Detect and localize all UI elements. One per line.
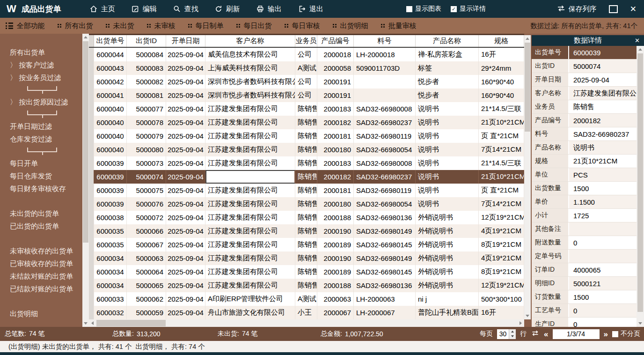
row-selector[interactable]: [89, 116, 94, 129]
cell-date[interactable]: 2025-09-04: [166, 306, 205, 319]
detail-close-button[interactable]: ✕: [635, 37, 640, 44]
cell-product_no[interactable]: 2000181: [317, 184, 354, 197]
cell-ship_id[interactable]: 5000082: [127, 75, 166, 89]
cell-product_name[interactable]: 说明书: [416, 129, 479, 143]
cell-date[interactable]: 2025-09-04: [166, 224, 205, 238]
cell-date[interactable]: 2025-09-04: [166, 238, 205, 251]
cell-product_no[interactable]: 2000183: [317, 102, 354, 116]
tab-未审核[interactable]: 未审核: [147, 22, 176, 30]
row-selector-header[interactable]: [89, 35, 94, 47]
cell-customer[interactable]: 江苏建发集团有限公司: [205, 251, 295, 265]
table-row[interactable]: 600004350000832025-09-04上海威美科技有限公司A测试200…: [89, 61, 524, 75]
cell-product_name[interactable]: ni j: [416, 292, 479, 306]
cell-date[interactable]: 2025-09-04: [166, 143, 205, 156]
cell-product_name[interactable]: 外销说明书: [416, 251, 479, 265]
scroll-down-button[interactable]: [524, 312, 531, 319]
detail-field[interactable]: 出货数量1500: [532, 182, 637, 195]
cell-ship_id[interactable]: 5000081: [127, 89, 166, 102]
table-row[interactable]: 600003950000742025-09-04江苏建发集团有限公司陈销售200…: [89, 170, 524, 184]
column-header-customer[interactable]: 客户名称: [205, 35, 295, 47]
scroll-left-button[interactable]: [89, 319, 96, 327]
row-selector[interactable]: [89, 292, 94, 306]
cell-spec[interactable]: 16开: [479, 48, 524, 61]
tab-每日制单[interactable]: 每日制单: [188, 22, 224, 30]
cell-salesman[interactable]: 陈销售: [295, 156, 317, 170]
cell-salesman[interactable]: 陈销售: [295, 197, 317, 211]
sidebar-item-开单日期过滤[interactable]: 开单日期过滤: [0, 120, 82, 133]
cell-spec[interactable]: 页 直*21CM: [479, 184, 524, 197]
detail-field[interactable]: 客户名称江苏建发集团有限公司: [532, 87, 637, 100]
cell-part_no[interactable]: SAD32-66980119: [354, 129, 416, 143]
cell-product_name[interactable]: 外销说明书: [416, 279, 479, 292]
cell-date[interactable]: 2025-09-04: [166, 265, 205, 279]
row-selector[interactable]: [89, 170, 94, 184]
sidebar-item-每日财务审核收存[interactable]: 每日财务审核收存: [0, 182, 82, 195]
cell-product_no[interactable]: 2000188: [317, 279, 354, 292]
cell-part_no[interactable]: [354, 89, 416, 102]
cell-part_no[interactable]: 5090011703D: [354, 61, 416, 75]
cell-customer[interactable]: 江苏建发集团有限公司: [205, 197, 295, 211]
cell-date[interactable]: 2025-09-04: [166, 116, 205, 129]
cell-product_name[interactable]: 说明书: [416, 170, 479, 184]
toggle-show-chart[interactable]: 显示图表: [406, 5, 441, 13]
table-row[interactable]: 600004250000822025-09-04深圳市悦步者数码科技有限公司公司…: [89, 75, 524, 89]
cell-order_no[interactable]: 6000044: [94, 48, 127, 61]
cell-customer[interactable]: A印刷ERP管理软件公司: [205, 292, 295, 306]
cell-part_no[interactable]: SAD32-66980136: [354, 211, 416, 224]
row-selector[interactable]: [89, 61, 94, 75]
cell-salesman[interactable]: 陈销售: [295, 184, 317, 197]
cell-date[interactable]: 2025-09-04: [166, 61, 205, 75]
sidebar-item-未审核收存的出货单[interactable]: 未审核收存的出货单: [0, 244, 82, 257]
tab-未出货[interactable]: 未出货: [106, 22, 134, 30]
cell-product_name[interactable]: 说明书: [416, 116, 479, 129]
row-selector[interactable]: [89, 265, 94, 279]
sidebar-item-每日仓库发货[interactable]: 每日仓库发货: [0, 170, 82, 182]
cell-customer[interactable]: 深圳市悦步者数码科技有限公司: [205, 89, 295, 102]
cell-product_name[interactable]: 说明书: [416, 102, 479, 116]
cell-customer[interactable]: 江苏建发集团有限公司: [205, 211, 295, 224]
cell-date[interactable]: 2025-09-04: [166, 279, 205, 292]
cell-salesman[interactable]: 陈销售: [295, 129, 317, 143]
cell-spec[interactable]: 160*90*40: [479, 75, 524, 89]
scroll-up-button[interactable]: [637, 46, 644, 53]
column-header-product_name[interactable]: 产品名称: [416, 35, 479, 47]
stepper-up-button[interactable]: [509, 329, 516, 334]
detail-field[interactable]: 出货单号6000039: [532, 46, 637, 59]
cell-ship_id[interactable]: 5000072: [127, 211, 166, 224]
column-header-ship_id[interactable]: 出货ID: [127, 35, 166, 47]
cell-order_no[interactable]: 6000041: [94, 89, 127, 102]
cell-product_name[interactable]: 悦步者: [416, 89, 479, 102]
cell-salesman[interactable]: 陈销售: [295, 251, 317, 265]
detail-field[interactable]: 料号SAD32-66980237: [532, 127, 637, 141]
cell-product_name[interactable]: 悦步者: [416, 75, 479, 89]
cell-order_no[interactable]: 6000043: [94, 61, 127, 75]
cell-product_name[interactable]: 外销说明书: [416, 211, 479, 224]
close-button[interactable]: ✕: [630, 5, 637, 13]
sidebar-item-未结款对账的出货单[interactable]: 未结款对账的出货单: [0, 270, 82, 282]
cell-product_no[interactable]: 2000189: [317, 265, 354, 279]
cell-customer[interactable]: 江苏建发集团有限公司: [205, 143, 295, 156]
table-row[interactable]: 600003450000652025-09-04江苏建发集团有限公司陈销售200…: [89, 279, 524, 292]
column-header-salesman[interactable]: 业务员: [295, 35, 317, 47]
cell-salesman[interactable]: 陈销售: [295, 279, 317, 292]
cell-ship_id[interactable]: 5000062: [127, 292, 166, 306]
cell-order_no[interactable]: 6000040: [94, 116, 127, 129]
table-row[interactable]: 600004150000812025-09-04深圳市悦步者数码科技有限公司公司…: [89, 89, 524, 102]
cell-ship_id[interactable]: 5000074: [127, 170, 166, 184]
cell-product_no[interactable]: 2000067: [317, 306, 354, 319]
sidebar-item-每日开单[interactable]: 每日开单: [0, 157, 82, 170]
row-selector[interactable]: [89, 75, 94, 89]
cell-customer[interactable]: 江苏建发集团有限公司: [205, 265, 295, 279]
cell-spec[interactable]: 4页19*21CM: [479, 251, 524, 265]
cell-spec[interactable]: 500*300*100: [479, 292, 524, 306]
tab-all-functions[interactable]: 全部功能: [6, 22, 45, 30]
cell-ship_id[interactable]: 5000075: [127, 184, 166, 197]
menu-search[interactable]: 查找: [173, 5, 198, 14]
page-size-value[interactable]: 30: [497, 329, 509, 339]
table-row[interactable]: 600004050000782025-09-04江苏建发集团有限公司陈销售200…: [89, 116, 524, 129]
first-page-button[interactable]: «: [544, 330, 548, 338]
sidebar-scrollbar[interactable]: [82, 34, 89, 327]
detail-field[interactable]: 产品编号2000182: [532, 114, 637, 127]
cell-order_no[interactable]: 6000035: [94, 224, 127, 238]
cell-part_no[interactable]: [354, 75, 416, 89]
